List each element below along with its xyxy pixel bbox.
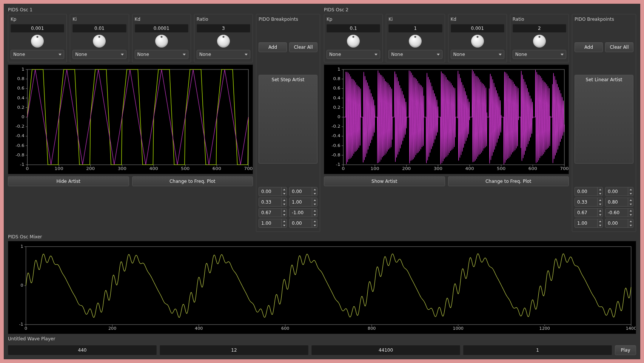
spin-up-icon[interactable] (282, 187, 287, 192)
svg-text:1400: 1400 (626, 326, 636, 331)
spin-up-icon[interactable] (628, 209, 633, 213)
select-value: None (75, 52, 87, 57)
spin-up-icon[interactable] (312, 187, 317, 192)
bp-time-spin[interactable]: 0.67 (259, 208, 287, 217)
bp-value-spin[interactable]: -1.00 (289, 208, 317, 217)
spin-up-icon[interactable] (312, 209, 317, 213)
knob-value-input[interactable]: 0.1 (327, 24, 380, 32)
spin-down-icon[interactable] (598, 192, 602, 196)
spin-up-icon[interactable] (312, 198, 317, 202)
spin-down-icon[interactable] (598, 213, 602, 217)
change-to-freq-plot-button[interactable]: Change to Freq. Plot (132, 176, 253, 186)
spin-down-icon[interactable] (628, 223, 633, 227)
spin-up-icon[interactable] (282, 219, 287, 223)
bp-time-spin[interactable]: 1.00 (259, 219, 287, 228)
knob-value-input[interactable]: 0.0001 (135, 24, 188, 32)
spin-up-icon[interactable] (282, 209, 287, 213)
knob-dial[interactable] (31, 35, 44, 48)
spin-up-icon[interactable] (628, 219, 633, 223)
bp-time-spin[interactable]: 0.67 (575, 208, 603, 217)
gain-field[interactable]: 1 (463, 345, 612, 355)
duration-field[interactable]: 12 (160, 345, 308, 355)
bp-time-spin[interactable]: 0.00 (259, 187, 287, 196)
spin-down-icon[interactable] (598, 223, 602, 227)
show-artist-button[interactable]: Show Artist (324, 176, 445, 186)
play-button[interactable]: Play (615, 345, 636, 355)
knob-label: Kd (451, 17, 457, 22)
spin-down-icon[interactable] (598, 202, 602, 206)
spin-up-icon[interactable] (282, 198, 287, 202)
svg-text:400: 400 (195, 326, 203, 331)
set-step-artist-button[interactable]: Set Step Artist (259, 75, 317, 164)
spin-down-icon[interactable] (282, 223, 287, 227)
spin-down-icon[interactable] (312, 223, 317, 227)
svg-text:400: 400 (465, 166, 474, 171)
knob-select[interactable]: None (197, 50, 250, 59)
bp-value-spin[interactable]: 0.80 (605, 198, 633, 207)
add-button[interactable]: Add (575, 42, 603, 52)
bp-time-spin[interactable]: 1.00 (575, 219, 603, 228)
freq-field[interactable]: 440 (8, 345, 157, 355)
spin-down-icon[interactable] (282, 192, 287, 196)
spin-down-icon[interactable] (628, 202, 633, 206)
spin-down-icon[interactable] (312, 192, 317, 196)
hide-artist-button[interactable]: Hide Artist (8, 176, 129, 186)
spin-up-icon[interactable] (598, 209, 602, 213)
svg-text:0: 0 (342, 166, 345, 171)
knob-dial[interactable] (533, 35, 546, 48)
knob-dial[interactable] (347, 35, 360, 48)
spin-down-icon[interactable] (312, 213, 317, 217)
osc2-plot: 0100200300400500600700-1-0.8-0.6-0.4-0.2… (324, 65, 569, 174)
knob-value-input[interactable]: 1 (388, 24, 442, 32)
svg-text:200: 200 (402, 166, 411, 171)
knob-dial[interactable] (471, 35, 484, 48)
spin-value: 0.00 (605, 189, 628, 194)
bp-value-spin[interactable]: 1.00 (289, 198, 317, 207)
knob-value-input[interactable]: 3 (197, 24, 250, 32)
bp-value-spin[interactable]: 0.00 (289, 219, 317, 228)
knob-value-input[interactable]: 0.001 (451, 24, 504, 32)
bp-value-spin[interactable]: 0.00 (605, 219, 633, 228)
knob-select[interactable]: None (513, 50, 566, 59)
add-button[interactable]: Add (259, 42, 287, 52)
knob-select[interactable]: None (327, 50, 380, 59)
set-linear-artist-button[interactable]: Set Linear Artist (575, 75, 633, 164)
svg-text:-0.6: -0.6 (331, 143, 340, 148)
clear-all-button[interactable]: Clear All (605, 42, 633, 52)
knob-value-input[interactable]: 2 (513, 24, 566, 32)
bp-value-spin[interactable]: 0.00 (605, 187, 633, 196)
knob-select[interactable]: None (72, 50, 126, 59)
spin-up-icon[interactable] (598, 219, 602, 223)
clear-all-button[interactable]: Clear All (289, 42, 317, 52)
bp-value-spin[interactable]: -0.60 (605, 208, 633, 217)
samplerate-field[interactable]: 44100 (311, 345, 460, 355)
knob-dial[interactable] (93, 35, 106, 48)
knob-dial[interactable] (409, 35, 422, 48)
spin-down-icon[interactable] (628, 213, 633, 217)
spin-arrows (628, 198, 633, 206)
bp-time-spin[interactable]: 0.33 (259, 198, 287, 207)
knob-value-input[interactable]: 0.001 (11, 24, 64, 32)
bp-time-spin[interactable]: 0.00 (575, 187, 603, 196)
change-to-freq-plot-button[interactable]: Change to Freq. Plot (448, 176, 569, 186)
spin-up-icon[interactable] (628, 187, 633, 192)
spin-up-icon[interactable] (598, 198, 602, 202)
spin-down-icon[interactable] (282, 213, 287, 217)
spin-up-icon[interactable] (628, 198, 633, 202)
knob-select[interactable]: None (135, 50, 188, 59)
bp-time-spin[interactable]: 0.33 (575, 198, 603, 207)
bp-value-spin[interactable]: 0.00 (289, 187, 317, 196)
svg-text:100: 100 (371, 166, 379, 171)
spin-up-icon[interactable] (598, 187, 602, 192)
knob-select[interactable]: None (388, 50, 442, 59)
knob-dial[interactable] (217, 35, 230, 48)
spin-down-icon[interactable] (282, 202, 287, 206)
spin-up-icon[interactable] (312, 219, 317, 223)
knob-label: Kp (327, 17, 333, 22)
spin-down-icon[interactable] (312, 202, 317, 206)
knob-value-input[interactable]: 0.01 (72, 24, 126, 32)
knob-select[interactable]: None (451, 50, 504, 59)
spin-down-icon[interactable] (628, 192, 633, 196)
knob-select[interactable]: None (11, 50, 64, 59)
knob-dial[interactable] (155, 35, 168, 48)
